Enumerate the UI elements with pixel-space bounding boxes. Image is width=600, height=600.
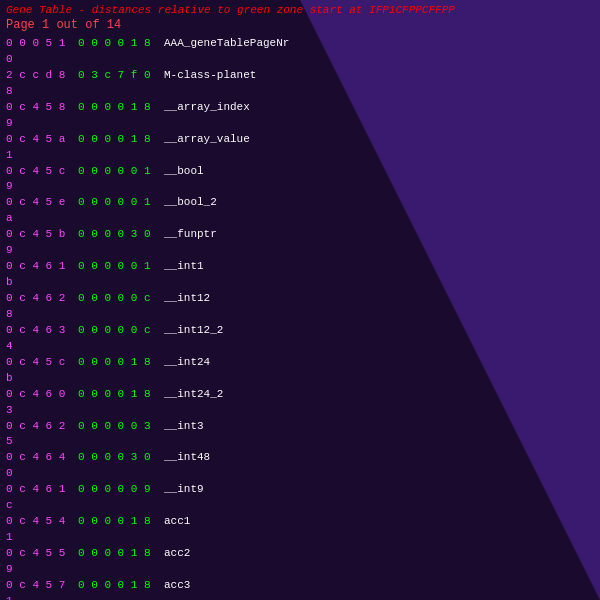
- row-addr1: 0 c 4 5 b 9: [6, 227, 78, 259]
- row-addr2: 0 0 0 0 1 8: [78, 387, 156, 419]
- row-addr1: 0 c 4 6 1 b: [6, 259, 78, 291]
- row-name: acc1: [156, 514, 190, 546]
- row-name: acc2: [156, 546, 190, 578]
- row-addr2: 0 0 0 0 0 c: [78, 323, 156, 355]
- row-addr2: 0 0 0 0 0 1: [78, 195, 156, 227]
- row-name: __int9: [156, 482, 204, 514]
- row-addr2: 0 0 0 0 1 8: [78, 546, 156, 578]
- row-name: M-class-planet: [156, 68, 256, 100]
- row-name: __array_index: [156, 100, 250, 132]
- row-addr2: 0 0 0 0 0 9: [78, 482, 156, 514]
- row-addr1: 0 c 4 5 7 1: [6, 578, 78, 600]
- row-addr1: 0 c 4 5 c b: [6, 355, 78, 387]
- main-content: Gene Table - distances relative to green…: [0, 0, 600, 600]
- row-addr1: 0 c 4 6 0 3: [6, 387, 78, 419]
- table-row: 0 c 4 6 2 80 0 0 0 0 c__int12: [6, 291, 594, 323]
- table-row: 0 c 4 5 8 90 0 0 0 1 8__array_index: [6, 100, 594, 132]
- row-addr2: 0 0 0 0 3 0: [78, 450, 156, 482]
- row-addr2: 0 0 0 0 0 1: [78, 164, 156, 196]
- table-row: 0 c 4 5 7 10 0 0 0 1 8acc3: [6, 578, 594, 600]
- row-addr2: 0 0 0 0 1 8: [78, 36, 156, 68]
- row-name: __int48: [156, 450, 210, 482]
- row-name: __array_value: [156, 132, 250, 164]
- table-row: 0 c 4 6 4 00 0 0 0 3 0__int48: [6, 450, 594, 482]
- row-addr1: 0 c 4 6 2 8: [6, 291, 78, 323]
- row-addr2: 0 0 0 0 1 8: [78, 514, 156, 546]
- row-addr1: 0 c 4 6 3 4: [6, 323, 78, 355]
- table-row: 0 c 4 5 a 10 0 0 0 1 8__array_value: [6, 132, 594, 164]
- row-addr2: 0 0 0 0 1 8: [78, 355, 156, 387]
- row-addr1: 0 c 4 5 5 9: [6, 546, 78, 578]
- row-addr1: 0 c 4 5 a 1: [6, 132, 78, 164]
- table-row: 0 c 4 6 1 b0 0 0 0 0 1__int1: [6, 259, 594, 291]
- row-addr1: 0 c 4 5 8 9: [6, 100, 78, 132]
- page-info: Page 1 out of 14: [6, 18, 594, 32]
- row-addr2: 0 3 c 7 f 0: [78, 68, 156, 100]
- row-addr1: 2 c c d 8 8: [6, 68, 78, 100]
- row-addr1: 0 c 4 5 4 1: [6, 514, 78, 546]
- row-addr2: 0 0 0 0 0 c: [78, 291, 156, 323]
- data-table: 0 0 0 5 1 00 0 0 0 1 8AAA_geneTablePageN…: [6, 36, 594, 600]
- table-row: 0 c 4 6 3 40 0 0 0 0 c__int12_2: [6, 323, 594, 355]
- row-addr2: 0 0 0 0 3 0: [78, 227, 156, 259]
- table-row: 0 c 4 5 c 90 0 0 0 0 1__bool: [6, 164, 594, 196]
- table-row: 2 c c d 8 80 3 c 7 f 0M-class-planet: [6, 68, 594, 100]
- row-name: AAA_geneTablePageNr: [156, 36, 289, 68]
- row-addr2: 0 0 0 0 0 3: [78, 419, 156, 451]
- table-row: 0 c 4 6 0 30 0 0 0 1 8__int24_2: [6, 387, 594, 419]
- row-addr2: 0 0 0 0 0 1: [78, 259, 156, 291]
- table-row: 0 c 4 5 4 10 0 0 0 1 8acc1: [6, 514, 594, 546]
- row-name: __int12_2: [156, 323, 223, 355]
- table-row: 0 c 4 5 5 90 0 0 0 1 8acc2: [6, 546, 594, 578]
- row-name: __int3: [156, 419, 204, 451]
- row-addr1: 0 c 4 5 e a: [6, 195, 78, 227]
- row-addr1: 0 c 4 6 1 c: [6, 482, 78, 514]
- row-name: __funptr: [156, 227, 217, 259]
- row-addr1: 0 c 4 6 2 5: [6, 419, 78, 451]
- row-name: __int24_2: [156, 387, 223, 419]
- row-name: __int24: [156, 355, 210, 387]
- row-addr1: 0 c 4 5 c 9: [6, 164, 78, 196]
- row-addr2: 0 0 0 0 1 8: [78, 100, 156, 132]
- row-name: __int1: [156, 259, 204, 291]
- row-name: __bool_2: [156, 195, 217, 227]
- row-addr2: 0 0 0 0 1 8: [78, 132, 156, 164]
- row-addr2: 0 0 0 0 1 8: [78, 578, 156, 600]
- row-addr1: 0 0 0 5 1 0: [6, 36, 78, 68]
- table-row: 0 c 4 5 c b0 0 0 0 1 8__int24: [6, 355, 594, 387]
- table-title: Gene Table - distances relative to green…: [6, 4, 594, 16]
- row-name: __int12: [156, 291, 210, 323]
- table-row: 0 c 4 5 b 90 0 0 0 3 0__funptr: [6, 227, 594, 259]
- row-addr1: 0 c 4 6 4 0: [6, 450, 78, 482]
- table-row: 0 c 4 5 e a0 0 0 0 0 1__bool_2: [6, 195, 594, 227]
- row-name: __bool: [156, 164, 204, 196]
- row-name: acc3: [156, 578, 190, 600]
- table-row: 0 c 4 6 2 50 0 0 0 0 3__int3: [6, 419, 594, 451]
- table-row: 0 c 4 6 1 c0 0 0 0 0 9__int9: [6, 482, 594, 514]
- table-row: 0 0 0 5 1 00 0 0 0 1 8AAA_geneTablePageN…: [6, 36, 594, 68]
